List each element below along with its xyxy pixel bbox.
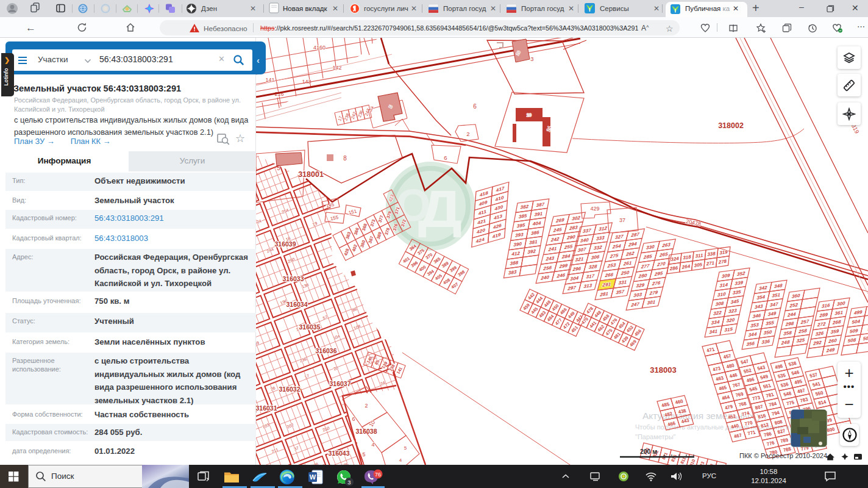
svg-text:316039: 316039 — [274, 240, 296, 248]
svg-text:5: 5 — [404, 445, 407, 451]
svg-text:2: 2 — [466, 131, 469, 137]
svg-text:316032: 316032 — [279, 386, 300, 393]
svg-text:6: 6 — [352, 416, 355, 422]
svg-text:8: 8 — [343, 155, 347, 162]
svg-text:316033: 316033 — [282, 275, 304, 282]
svg-text:3: 3 — [530, 56, 533, 62]
svg-text:316043: 316043 — [328, 450, 349, 457]
svg-text:200 м: 200 м — [640, 448, 657, 455]
svg-text:37: 37 — [619, 217, 625, 223]
svg-text:318001: 318001 — [298, 170, 324, 179]
svg-text:142: 142 — [332, 65, 341, 71]
svg-text:316034: 316034 — [286, 301, 307, 308]
svg-text:4160: 4160 — [313, 45, 326, 51]
svg-text:76: 76 — [375, 472, 381, 478]
svg-text:20: 20 — [527, 113, 532, 117]
svg-text:W: W — [310, 473, 316, 481]
svg-text:505: 505 — [863, 335, 868, 342]
svg-text:5: 5 — [362, 451, 365, 458]
svg-text:ПКК © Росреестр 2010-2024: ПКК © Росреестр 2010-2024 — [739, 452, 827, 459]
svg-text:316037: 316037 — [329, 380, 350, 387]
svg-text:316038: 316038 — [355, 428, 377, 435]
svg-text:4: 4 — [371, 442, 374, 448]
svg-text:316035: 316035 — [299, 323, 320, 331]
svg-text:2: 2 — [365, 403, 368, 409]
svg-text:"Параметры": "Параметры" — [635, 433, 676, 440]
svg-text:6: 6 — [473, 103, 477, 110]
svg-text:318002: 318002 — [718, 121, 744, 130]
svg-text:318003: 318003 — [650, 365, 676, 375]
svg-text:316036: 316036 — [315, 347, 336, 354]
svg-text:429: 429 — [590, 206, 599, 212]
svg-text:6: 6 — [444, 154, 447, 161]
svg-text:316031: 316031 — [256, 404, 277, 412]
svg-text:4: 4 — [399, 458, 402, 463]
svg-text:3: 3 — [347, 479, 350, 486]
svg-text:7: 7 — [370, 106, 374, 113]
